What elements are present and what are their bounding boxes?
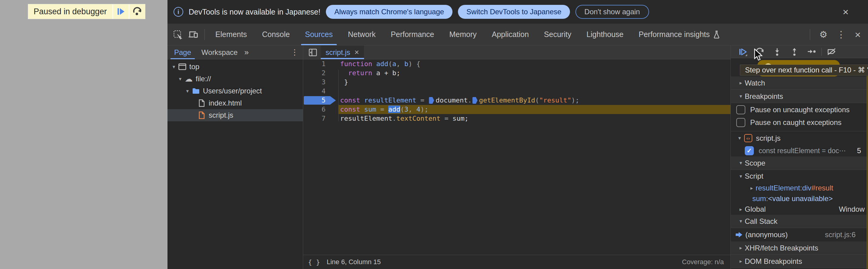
breakpoint-entry[interactable]: ✓ const resultElement = doc⋯ 5 [731,145,868,157]
code-line[interactable]: } [338,78,731,87]
more-tabs-chevron[interactable]: » [241,46,252,59]
resume-script-execution-button[interactable] [734,46,751,58]
code-editor[interactable]: 1234567 function add(a, b) { return a + … [303,59,731,255]
chevron-right-icon[interactable]: ▸ [737,206,745,213]
chevron-down-icon[interactable]: ▾ [736,135,744,141]
resume-script-button[interactable] [113,4,129,19]
pause-caught-exceptions-row[interactable]: Pause on caught exceptions [731,116,868,129]
chevron-right-icon[interactable]: ▸ [748,185,756,191]
pause-uncaught-checkbox[interactable] [736,105,745,114]
step-over-banner-button[interactable] [129,4,145,19]
code-line[interactable]: resultElement.textContent = sum; [338,114,731,123]
sources-panel: Page Workspace » ⋮ ▾ top ▾ ☁ file:// [167,46,868,269]
scope-global-row[interactable]: ▸ Global Window [731,204,868,215]
language-infobar: i DevTools is now available in Japanese!… [167,0,868,24]
line-number[interactable]: 6 [303,105,338,114]
section-scope[interactable]: ▾ Scope [731,157,868,170]
navigator-tab-page[interactable]: Page [170,46,195,59]
toolbar-separator [205,29,205,40]
section-breakpoints[interactable]: ▾ Breakpoints [731,90,868,103]
code-line[interactable]: function add(a, b) { [338,59,731,69]
code-lines[interactable]: function add(a, b) { return a + b; }cons… [338,59,731,255]
more-options-kebab-icon[interactable]: ⋮ [837,30,845,39]
frame-icon [178,63,187,71]
tab-application[interactable]: Application [484,24,536,45]
toggle-device-toolbar-button[interactable] [186,24,202,45]
chevron-right-icon[interactable]: ▸ [737,245,745,251]
tab-close-icon[interactable]: × [354,48,359,57]
tab-lighthouse[interactable]: Lighthouse [579,24,631,45]
chevron-down-icon[interactable]: ▾ [737,173,745,180]
tab-security[interactable]: Security [536,24,579,45]
chevron-down-icon[interactable]: ▾ [737,160,745,166]
tab-performance[interactable]: Performance [383,24,441,45]
expand-arrow-icon[interactable]: ▾ [170,64,178,70]
tab-sources[interactable]: Sources [298,24,340,45]
tree-item-project-folder[interactable]: ▾ Users/user/project [167,85,303,97]
expand-arrow-icon[interactable]: ▾ [184,88,191,94]
line-number[interactable]: 2 [303,69,338,78]
line-number-gutter[interactable]: 1234567 [303,59,338,255]
call-stack-frame[interactable]: (anonymous) script.js:6 [731,228,868,241]
editor-statusbar: { } Line 6, Column 15 Coverage: n/a [303,255,731,269]
file-icon-orange [197,111,206,119]
tab-elements[interactable]: Elements [208,24,254,45]
chevron-right-icon[interactable]: ▸ [737,258,745,265]
code-line[interactable]: const sum = add(3, 4); [338,105,731,114]
section-call-stack[interactable]: ▾ Call Stack [731,215,868,228]
breakpoint-marker[interactable] [304,96,336,105]
tree-item-label: top [189,62,199,71]
tab-network[interactable]: Network [340,24,383,45]
line-number[interactable]: 4 [303,87,338,96]
navigator-kebab-icon[interactable]: ⋮ [291,48,299,57]
pause-caught-checkbox[interactable] [736,118,745,127]
tree-item-top[interactable]: ▾ top [167,61,303,73]
tree-item-script-js[interactable]: script.js [167,109,303,121]
toggle-navigator-sidebar-icon[interactable] [309,46,318,59]
step-button[interactable] [803,46,820,58]
line-number[interactable]: 7 [303,114,338,123]
code-line[interactable] [338,87,731,96]
cursor-position-label: Line 6, Column 15 [327,258,381,266]
breakpoint-enabled-checkbox[interactable]: ✓ [745,146,754,155]
scope-script-row[interactable]: ▾ Script [731,170,868,183]
switch-devtools-japanese-button[interactable]: Switch DevTools to Japanese [458,5,570,19]
step-out-button[interactable] [786,46,803,58]
tree-item-index-html[interactable]: index.html [167,97,303,109]
line-number[interactable]: 3 [303,78,338,87]
settings-gear-icon[interactable]: ⚙ [819,30,828,39]
tab-performance-insights[interactable]: Performance insights [631,24,728,45]
inline-breakpoint-icon[interactable] [429,97,434,104]
section-dom-breakpoints[interactable]: ▸ DOM Breakpoints [731,255,868,268]
pause-uncaught-exceptions-row[interactable]: Pause on uncaught exceptions [731,103,868,116]
paused-in-debugger-banner: Paused in debugger [28,4,145,19]
code-line[interactable]: return a + b; [338,69,731,78]
expand-arrow-icon[interactable]: ▾ [176,76,184,82]
section-xhr-breakpoints[interactable]: ▸ XHR/fetch Breakpoints [731,241,868,255]
chevron-down-icon[interactable]: ▾ [737,218,745,224]
line-number[interactable]: 5 [303,96,338,105]
dont-show-again-button[interactable]: Don't show again [576,5,649,19]
chevron-down-icon[interactable]: ▾ [737,93,745,100]
breakpoint-group-script-js[interactable]: ▾ ‹› script.js [731,131,868,145]
tab-console[interactable]: Console [254,24,298,45]
pretty-print-icon[interactable]: { } [308,259,320,266]
inline-breakpoint-icon[interactable] [472,97,477,104]
scope-var-sum[interactable]: sum: <value unavailable> [731,193,868,204]
devtools-close-icon[interactable]: × [855,29,861,40]
step-into-button[interactable] [768,46,786,58]
tab-memory[interactable]: Memory [441,24,484,45]
section-watch[interactable]: ▸ Watch [731,76,868,90]
deactivate-breakpoints-button[interactable] [823,46,840,58]
cloud-icon: ☁ [184,75,193,83]
always-match-language-button[interactable]: Always match Chrome's language [326,5,453,19]
infobar-close-icon[interactable]: × [842,7,848,17]
chevron-right-icon[interactable]: ▸ [737,80,745,86]
line-number[interactable]: 1 [303,59,338,69]
navigator-tab-workspace[interactable]: Workspace [198,46,241,59]
editor-tab-script-js[interactable]: script.js × [321,46,364,59]
tree-item-file-protocol[interactable]: ▾ ☁ file:// [167,73,303,85]
inspect-element-button[interactable] [170,24,186,45]
code-line[interactable]: const resultElement = document.getElemen… [338,96,731,105]
scope-var-resultelement[interactable]: ▸ resultElement: div#result [731,183,868,193]
